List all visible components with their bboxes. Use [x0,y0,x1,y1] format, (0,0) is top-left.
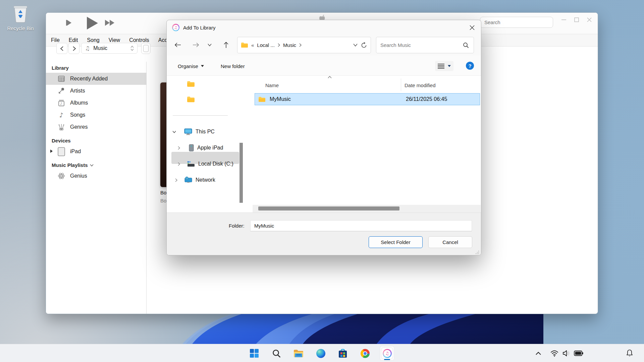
add-to-library-dialog: ♫ Add To Library [166,20,481,255]
disclosure-triangle-icon[interactable] [50,148,53,155]
notification-bell-icon[interactable] [625,348,635,358]
sidebar-item-label: Songs [70,112,85,118]
maximize-button[interactable] [573,16,580,23]
search-icon[interactable] [463,42,469,48]
taskbar-search-button[interactable] [269,346,284,361]
resize-grip[interactable] [475,250,479,254]
tree-separator [173,115,228,116]
sidebar-item-genius[interactable]: Genius [46,170,146,182]
dropdown-caret-icon [201,65,204,67]
menu-view[interactable]: View [109,37,120,43]
dialog-search-box[interactable] [376,37,474,53]
chrome-button[interactable] [358,346,372,361]
breadcrumb-item-local[interactable]: Local ... [257,42,275,48]
folder-name-input[interactable] [250,220,472,231]
help-button[interactable]: ? [466,62,474,70]
organise-button[interactable]: Organise [175,61,207,71]
edge-icon [316,349,325,358]
chrome-icon [361,349,370,358]
itunes-search-input[interactable] [480,17,553,28]
new-folder-button[interactable]: New folder [218,61,248,71]
minimize-button[interactable] [560,16,568,23]
tree-item-this-pc[interactable]: This PC [167,126,253,138]
devices-header: Devices [46,133,146,145]
desktop: Recycle Bin File [0,0,644,362]
tree-label: This PC [196,129,215,135]
chevron-collapsed-icon[interactable] [176,146,181,150]
rewind-button[interactable] [66,19,76,26]
chevron-down-icon[interactable] [90,164,94,167]
nav-up-button[interactable] [220,39,232,51]
recycle-bin[interactable]: Recycle Bin [5,4,36,31]
tree-scrollbar[interactable] [239,143,243,203]
svg-text:♪: ♪ [60,102,62,106]
address-dropdown-chevron[interactable] [353,44,358,47]
menu-file[interactable]: File [51,37,60,43]
breadcrumb-item-music[interactable]: Music [283,42,296,48]
sidebar-item-ipad[interactable]: iPad [46,145,146,158]
tree-label: Local Disk (C:) [198,161,233,167]
volume-icon [561,348,572,358]
recently-added-icon [57,76,65,82]
chevron-expanded-icon[interactable] [171,131,177,133]
library-header: Library [46,62,146,73]
column-separator[interactable] [401,78,401,91]
new-folder-label: New folder [221,63,245,69]
music-playlists-label: Music Playlists [52,162,88,168]
horizontal-scrollbar[interactable] [253,205,481,213]
sidebar-item-genres[interactable]: Genres [46,121,146,133]
folder-icon [258,97,266,102]
nav-back-button[interactable] [172,39,184,51]
start-button[interactable] [247,346,262,361]
breadcrumb-overflow[interactable]: « [251,42,254,48]
genres-icon [57,124,65,130]
column-name[interactable]: Name [265,82,279,88]
dialog-address-bar: « Local ... Music [167,35,481,56]
menu-edit[interactable]: Edit [69,37,78,43]
tray-chevron-up-icon[interactable] [533,348,543,358]
refresh-icon[interactable] [361,42,367,49]
column-date-modified[interactable]: Date modified [405,82,436,88]
file-row-mymusic[interactable]: MyMusic 26/11/2025 06:45 [255,93,480,105]
recent-locations-chevron[interactable] [205,39,215,51]
forward-button[interactable] [68,43,79,54]
music-note-icon: ♫ [85,45,90,52]
itunes-button[interactable]: ♫ [380,346,394,361]
cancel-button[interactable]: Cancel [428,236,472,248]
tree-item-folder[interactable] [167,78,253,90]
sort-ascending-icon [328,76,332,78]
view-options-button[interactable] [435,61,453,71]
select-folder-button[interactable]: Select Folder [369,236,423,248]
nav-forward-button[interactable] [190,39,202,51]
sidebar-item-recently-added[interactable]: Recently Added [46,73,146,85]
dialog-close-button[interactable] [467,23,477,32]
back-button[interactable] [56,43,67,54]
close-button[interactable] [586,16,593,23]
folder-tree: This PC Apple iPad [167,76,253,213]
media-picker[interactable]: ♫ Music [81,43,138,54]
recycle-bin-icon [12,4,29,23]
sidebar-item-songs[interactable]: ♪ Songs [46,109,146,121]
album-title: Bo [160,190,166,195]
play-button[interactable] [86,16,99,30]
file-explorer-button[interactable] [291,346,306,361]
chevron-collapsed-icon[interactable] [173,178,179,182]
scrollbar-thumb[interactable] [258,206,399,210]
breadcrumb[interactable]: « Local ... Music [237,37,371,53]
song-note-icon: ♪ [57,111,65,119]
menu-controls[interactable]: Controls [129,37,149,43]
breadcrumb-chevron-icon [299,43,302,47]
store-icon [338,349,347,358]
tray-status-group[interactable] [549,348,584,358]
sidebar-item-label: Genius [70,173,87,179]
device-button[interactable] [141,43,151,54]
fast-forward-button[interactable] [105,19,115,26]
menu-song[interactable]: Song [87,37,99,43]
edge-button[interactable] [313,346,328,361]
chevron-collapsed-icon[interactable] [176,162,181,166]
tree-item-folder[interactable] [167,93,253,105]
store-button[interactable] [335,346,350,361]
sidebar-item-artists[interactable]: Artists [46,85,146,97]
dialog-search-input[interactable] [380,37,458,53]
sidebar-item-albums[interactable]: ♪ Albums [46,97,146,109]
